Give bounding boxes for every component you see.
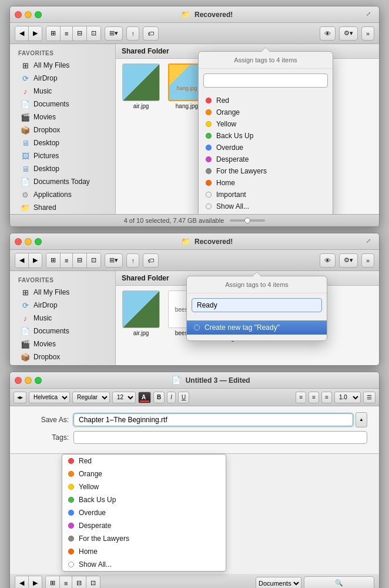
edit-tags-btn-1[interactable]: 🏷 [143,26,159,41]
file-item-air[interactable]: air.jpg [120,64,162,109]
sidebar-item-all-my-files-2[interactable]: ⊞ All My Files [12,286,113,299]
dialog-tag-yellow[interactable]: Yellow [62,480,226,493]
action-btn-2[interactable]: ⚙▾ [339,253,358,268]
more-btn-1[interactable]: » [361,26,374,41]
finder-forward-btn[interactable]: ▶ [29,576,42,589]
minimize-button-2[interactable] [25,238,32,245]
coverflow-view-btn-1[interactable]: ⊡ [87,26,100,41]
sidebar-item-airdrop[interactable]: ⟳ AirDrop [12,72,113,85]
dialog-tag-orange[interactable]: Orange [62,467,226,480]
location-select[interactable]: Documents [256,577,301,589]
font-style-select[interactable]: Regular [72,392,110,403]
dialog-tag-home[interactable]: Home [62,545,226,558]
sidebar-item-shared[interactable]: 📁 Shared [12,201,113,214]
edit-tags-btn-2[interactable]: 🏷 [143,253,159,268]
list-view-btn-2[interactable]: ≡ [61,253,73,268]
sidebar-item-documents[interactable]: 📄 Documents [12,98,113,111]
tag-item-yellow-1[interactable]: Yellow [199,118,333,130]
sidebar-item-dropbox-2[interactable]: 📦 Dropbox [12,350,113,363]
back-button-1[interactable]: ◀ [15,26,29,41]
share-btn-1[interactable]: ↑ [126,26,139,41]
italic-btn[interactable]: I [167,392,176,403]
sidebar-item-movies[interactable]: 🎬 Movies [12,111,113,123]
sidebar-item-documents-today[interactable]: 📄 Documents Today [12,175,113,188]
finder-icon-btn[interactable]: ⊞ [46,576,60,589]
icon-view-btn-1[interactable]: ⊞ [46,26,61,41]
close-button-1[interactable] [15,11,22,18]
expand-button-2[interactable]: ⤢ [366,238,374,246]
align-right-btn[interactable]: ≡ [321,392,332,403]
finder-back-btn[interactable]: ◀ [15,576,29,589]
dialog-tag-overdue[interactable]: Overdue [62,506,226,519]
dialog-tag-showall[interactable]: Show All... [62,558,226,571]
forward-button-2[interactable]: ▶ [29,253,42,268]
finder-cov-btn[interactable]: ⊡ [86,576,100,589]
tag-item-orange-1[interactable]: Orange [199,106,333,118]
forward-button-1[interactable]: ▶ [29,26,42,41]
underline-btn[interactable]: U [178,392,189,403]
expand-button-1[interactable]: ⤢ [366,11,374,19]
file-item-air-2[interactable]: air.jpg [120,290,162,343]
sidebar-item-pictures[interactable]: 🖼 Pictures [12,149,113,162]
column-view-btn-1[interactable]: ⊟ [73,26,87,41]
tags-input[interactable] [73,431,367,444]
sidebar-item-music[interactable]: ♪ Music [12,85,113,98]
tag-search-input-1[interactable] [203,74,328,88]
action-btn-1[interactable]: ⚙▾ [339,26,358,41]
icon-view-btn-2[interactable]: ⊞ [46,253,61,268]
font-size-select[interactable]: 12 [112,392,136,403]
tag-search-input-2[interactable] [192,298,322,312]
align-left-btn[interactable]: ≡ [296,392,306,403]
maximize-button-1[interactable] [35,11,42,18]
undo-redo-btn[interactable]: ◂▸ [14,392,26,403]
sidebar-item-airdrop-2[interactable]: ⟳ AirDrop [12,299,113,312]
align-center-btn[interactable]: ≡ [308,392,319,403]
minimize-button-1[interactable] [25,11,32,18]
column-view-btn-2[interactable]: ⊟ [73,253,87,268]
dialog-tag-red[interactable]: Red [62,455,226,467]
finder-list-btn[interactable]: ≡ [60,576,72,589]
sidebar-item-music-2[interactable]: ♪ Music [12,312,113,325]
view-toggle-btn-2[interactable]: ⊞▾ [105,253,123,268]
view-toggle-btn-1[interactable]: ⊞▾ [105,26,123,41]
sidebar-item-all-my-files[interactable]: ⊞ All My Files [12,59,113,72]
line-spacing-select[interactable]: 1.0 [334,392,361,403]
tag-item-desperate-1[interactable]: Desperate [199,153,333,165]
dialog-tag-lawyers[interactable]: For the Lawyers [62,532,226,545]
tag-item-red-1[interactable]: Red [199,95,333,106]
tag-item-home-1[interactable]: Home [199,177,333,189]
maximize-button-3[interactable] [35,377,42,384]
search-btn[interactable]: 🔍 [304,576,374,589]
more-btn-2[interactable]: » [361,253,374,268]
sidebar-item-applications[interactable]: ⚙ Applications [12,188,113,201]
dialog-tag-backusup[interactable]: Back Us Up [62,493,226,506]
sidebar-item-desktop[interactable]: 🖥 Desktop [12,136,113,149]
save-as-input[interactable] [73,413,353,426]
coverflow-view-btn-2[interactable]: ⊡ [87,253,100,268]
text-color-btn[interactable]: A [138,392,151,403]
tag-item-important-1[interactable]: Important [199,189,333,201]
list-view-btn-1[interactable]: ≡ [61,26,73,41]
sidebar-item-documents-2[interactable]: 📄 Documents [12,325,113,338]
minimize-button-3[interactable] [25,377,32,384]
sidebar-item-movies-2[interactable]: 🎬 Movies [12,338,113,350]
tag-item-overdue-1[interactable]: Overdue [199,142,333,153]
finder-col-btn[interactable]: ⊟ [72,576,86,589]
zoom-slider-1[interactable] [230,219,265,222]
tag-item-backusup-1[interactable]: Back Us Up [199,130,333,142]
dialog-tag-desperate[interactable]: Desperate [62,519,226,532]
tag-item-showall-1[interactable]: Show All... [199,201,333,212]
maximize-button-2[interactable] [35,238,42,245]
save-expand-btn[interactable]: ▲ [356,412,367,427]
back-button-2[interactable]: ◀ [15,253,29,268]
quicklook-btn-2[interactable]: 👁 [320,253,336,268]
tag-item-lawyers-1[interactable]: For the Lawyers [199,165,333,177]
quicklook-btn-1[interactable]: 👁 [320,26,336,41]
close-button-3[interactable] [15,377,22,384]
sidebar-item-dropbox[interactable]: 📦 Dropbox [12,123,113,136]
close-button-2[interactable] [15,238,22,245]
bold-btn[interactable]: B [153,392,165,403]
font-family-select[interactable]: Helvetica [29,392,70,403]
list-btn[interactable]: ☰ [363,392,375,403]
sidebar-item-desktop2[interactable]: 🖥 Desktop [12,162,113,175]
